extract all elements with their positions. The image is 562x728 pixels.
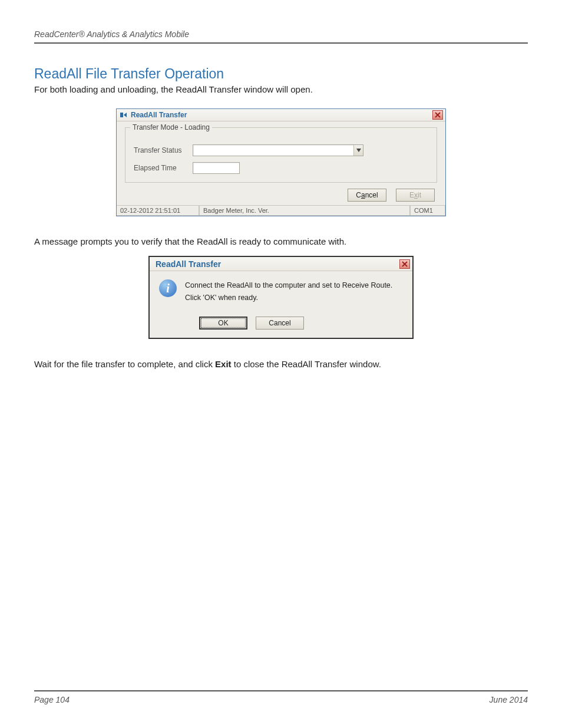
footer-date: June 2014	[490, 695, 528, 704]
dialog-body: i Connect the ReadAll to the computer an…	[150, 271, 412, 313]
status-timestamp: 02-12-2012 21:51:01	[117, 206, 199, 216]
close-icon[interactable]	[432, 110, 443, 120]
cancel-button[interactable]: Cancel	[348, 189, 386, 202]
dialog-titlebar: ReadAll Transfer	[150, 257, 412, 271]
status-bar: 02-12-2012 21:51:01 Badger Meter, Inc. V…	[117, 205, 445, 216]
cancel-button[interactable]: Cancel	[256, 317, 304, 330]
status-company: Badger Meter, Inc. Ver.	[199, 206, 410, 216]
info-icon: i	[159, 279, 177, 297]
p3-pre: Wait for the file transfer to complete, …	[34, 359, 215, 369]
svg-rect-0	[120, 113, 123, 117]
window-body: Transfer Mode - Loading Transfer Status …	[117, 121, 445, 205]
elapsed-time-field[interactable]	[193, 162, 240, 174]
transfer-mode-groupbox: Transfer Mode - Loading Transfer Status …	[125, 127, 437, 183]
document-page: ReadCenter® Analytics & Analytics Mobile…	[0, 0, 562, 728]
transfer-status-label: Transfer Status	[134, 146, 193, 154]
titlebar: ReadAll Transfer	[117, 109, 445, 121]
figure-2-wrap: ReadAll Transfer i Connect the ReadAll t…	[34, 246, 528, 339]
header-product: ReadCenter® Analytics & Analytics Mobile	[34, 29, 189, 39]
readall-transfer-window: ReadAll Transfer Transfer Mode - Loading…	[116, 108, 446, 216]
paragraph-3: Wait for the file transfer to complete, …	[34, 359, 528, 369]
app-icon	[119, 110, 128, 120]
p3-bold: Exit	[215, 359, 232, 369]
exit-hotkey: x	[414, 191, 418, 199]
paragraph-2: A message prompts you to verify that the…	[34, 236, 528, 246]
dialog-line2: Click 'OK' when ready.	[185, 292, 392, 304]
section-heading: ReadAll File Transfer Operation	[34, 66, 528, 82]
dialog-button-row: OK Cancel	[199, 317, 412, 330]
page-header: ReadCenter® Analytics & Analytics Mobile	[34, 29, 528, 44]
chevron-down-icon	[353, 145, 363, 156]
dialog-title: ReadAll Transfer	[156, 259, 399, 269]
page-footer: Page 104 June 2014	[34, 690, 528, 704]
close-icon[interactable]	[399, 259, 410, 269]
readall-transfer-dialog: ReadAll Transfer i Connect the ReadAll t…	[148, 256, 414, 339]
dialog-message: Connect the ReadAll to the computer and …	[185, 279, 392, 305]
transfer-status-select[interactable]	[193, 144, 363, 156]
cancel-label: Cancel	[269, 319, 290, 327]
ok-label: OK	[218, 319, 228, 327]
figure-1-wrap: ReadAll Transfer Transfer Mode - Loading…	[34, 94, 528, 216]
group-legend: Transfer Mode - Loading	[130, 123, 212, 131]
dialog-line1: Connect the ReadAll to the computer and …	[185, 279, 392, 292]
elapsed-time-label: Elapsed Time	[134, 164, 193, 172]
button-row: Cancel Exit	[125, 189, 437, 202]
exit-button: Exit	[396, 189, 435, 202]
status-port: COM1	[410, 206, 445, 216]
ok-button[interactable]: OK	[199, 317, 247, 330]
p3-post: to close the ReadAll Transfer window.	[232, 359, 381, 369]
window-title: ReadAll Transfer	[131, 111, 432, 119]
cancel-hotkey: a	[361, 191, 365, 199]
intro-text: For both loading and unloading, the Read…	[34, 84, 528, 94]
footer-page: Page 104	[34, 695, 70, 704]
